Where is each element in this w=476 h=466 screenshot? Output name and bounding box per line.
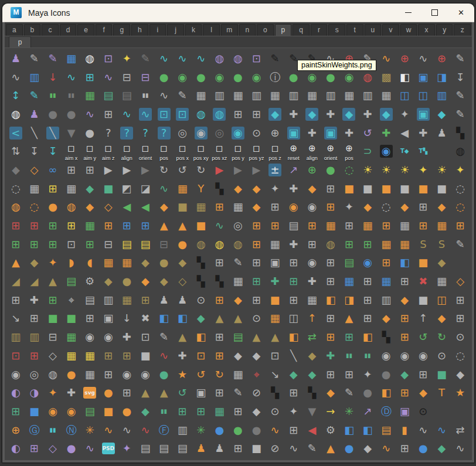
icon-cell[interactable]: ⊞ bbox=[451, 309, 470, 328]
icon-cell[interactable]: ∿ bbox=[266, 421, 284, 440]
icon-cell[interactable]: ⊞ bbox=[6, 235, 25, 254]
icon-cell[interactable]: ⊟ bbox=[43, 328, 62, 346]
icon-cell[interactable]: ↺ bbox=[358, 124, 377, 142]
icon-cell[interactable]: ◇ bbox=[173, 272, 192, 291]
icon-cell[interactable]: ↘ bbox=[6, 309, 25, 328]
icon-cell[interactable]: ✎ bbox=[303, 439, 322, 458]
icon-cell[interactable]: ◖ bbox=[80, 254, 99, 273]
icon-cell[interactable]: ▣ bbox=[414, 68, 433, 87]
icon-cell[interactable]: ▦ bbox=[229, 86, 247, 105]
icon-cell[interactable]: ✳ bbox=[340, 402, 359, 421]
icon-cell[interactable]: ◍ bbox=[451, 142, 470, 161]
icon-cell[interactable]: ↗ bbox=[284, 161, 303, 179]
icon-cell[interactable]: ⊞ bbox=[247, 291, 266, 309]
icon-cell[interactable]: ∿ bbox=[210, 216, 229, 235]
icon-cell[interactable]: ▥ bbox=[99, 291, 118, 309]
icon-cell[interactable]: ◆ bbox=[136, 402, 155, 421]
icon-cell[interactable]: ◆ bbox=[340, 105, 359, 124]
icon-cell[interactable]: ⊞ bbox=[229, 402, 247, 421]
icon-cell[interactable]: ◆ bbox=[173, 254, 192, 273]
icon-cell[interactable]: ◆ bbox=[395, 198, 414, 217]
tab-g[interactable]: g bbox=[113, 24, 130, 36]
tab-l[interactable]: l bbox=[203, 24, 220, 36]
icon-cell[interactable]: ↗ bbox=[358, 402, 377, 421]
icon-cell[interactable]: ⊞ bbox=[395, 272, 414, 291]
icon-cell[interactable]: ⊞ bbox=[210, 254, 229, 273]
icon-cell[interactable]: ◆ bbox=[303, 105, 322, 124]
icon-cell[interactable]: ▦ bbox=[266, 86, 284, 105]
icon-cell[interactable]: ▣ bbox=[284, 124, 303, 142]
icon-cell[interactable]: ✚ bbox=[340, 124, 359, 142]
icon-cell[interactable]: ⊕ bbox=[433, 49, 451, 68]
icon-cell[interactable]: ⊙ bbox=[433, 346, 451, 365]
icon-cell[interactable]: ∿ bbox=[433, 421, 451, 440]
icon-cell[interactable]: ♟ bbox=[173, 291, 192, 309]
icon-cell[interactable]: ▦ bbox=[266, 235, 284, 254]
icon-cell[interactable]: ↑ bbox=[414, 309, 433, 328]
icon-cell[interactable]: ▦ bbox=[433, 272, 451, 291]
icon-cell[interactable]: ⊞ bbox=[136, 291, 155, 309]
icon-cell[interactable]: ⊞ bbox=[247, 235, 266, 254]
subtab-p[interactable]: p bbox=[9, 36, 31, 47]
icon-cell[interactable]: ⊙ bbox=[247, 309, 266, 328]
tab-r[interactable]: r bbox=[311, 24, 328, 36]
icon-cell[interactable]: ◀ bbox=[118, 198, 137, 217]
icon-cell[interactable]: ✚ bbox=[321, 346, 340, 365]
icon-cell[interactable]: ▤ bbox=[229, 328, 247, 346]
icon-cell[interactable]: ⊞ bbox=[303, 216, 322, 235]
icon-cell[interactable]: ▚ bbox=[377, 328, 396, 346]
icon-cell[interactable]: ▲ bbox=[173, 328, 192, 346]
icon-cell[interactable]: ▤ bbox=[377, 421, 396, 440]
icon-cell[interactable]: ■ bbox=[99, 179, 118, 198]
icon-cell[interactable]: ✦ bbox=[451, 161, 470, 179]
icon-cell[interactable]: ● bbox=[118, 402, 137, 421]
icon-cell[interactable]: ▮▮ bbox=[62, 86, 81, 105]
icon-cell[interactable]: ▦ bbox=[377, 272, 396, 291]
icon-cell[interactable]: ▚ bbox=[266, 383, 284, 402]
icon-cell[interactable]: ◍ bbox=[80, 49, 99, 68]
icon-cell[interactable]: ◢ bbox=[6, 272, 25, 291]
icon-cell[interactable]: ▣ bbox=[321, 124, 340, 142]
icon-cell[interactable]: ◆ bbox=[395, 365, 414, 384]
icon-cell[interactable]: ⊞ bbox=[377, 216, 396, 235]
icon-cell[interactable]: ✎ bbox=[136, 49, 155, 68]
icon-cell[interactable]: ⊞ bbox=[25, 235, 44, 254]
icon-cell[interactable]: ◆ bbox=[247, 198, 266, 217]
icon-cell[interactable]: ▥ bbox=[377, 291, 396, 309]
icon-cell[interactable]: ↧ bbox=[25, 142, 44, 161]
icon-cell[interactable]: ⇄ bbox=[451, 421, 470, 440]
icon-cell[interactable]: ◉ bbox=[303, 254, 322, 273]
icon-cell[interactable]: ◗ bbox=[62, 254, 81, 273]
icon-cell[interactable]: ● bbox=[62, 365, 81, 384]
icon-cell[interactable]: ⊞ bbox=[340, 216, 359, 235]
icon-cell[interactable]: ╲ bbox=[284, 346, 303, 365]
icon-cell[interactable]: ▦ bbox=[377, 86, 396, 105]
icon-cell[interactable]: ⊡ bbox=[247, 49, 266, 68]
icon-cell[interactable]: ◧ bbox=[173, 309, 192, 328]
tab-b[interactable]: b bbox=[24, 24, 41, 36]
icon-cell[interactable]: ◇ bbox=[451, 272, 470, 291]
icon-cell[interactable]: ▥ bbox=[321, 86, 340, 105]
icon-cell[interactable]: ↕ bbox=[6, 86, 25, 105]
icon-cell[interactable]: ◍ bbox=[62, 198, 81, 217]
icon-cell[interactable]: ★ bbox=[451, 383, 470, 402]
icon-cell[interactable]: ■ bbox=[377, 179, 396, 198]
icon-cell[interactable]: ● bbox=[173, 235, 192, 254]
icon-cell[interactable]: ▶ bbox=[247, 161, 266, 179]
icon-cell[interactable]: ✎ bbox=[229, 383, 247, 402]
icon-cell[interactable]: ■ bbox=[414, 254, 433, 273]
icon-cell[interactable]: ⌖ bbox=[247, 365, 266, 384]
icon-cell[interactable]: ◉ bbox=[377, 142, 396, 161]
icon-cell[interactable]: ⊡ bbox=[173, 105, 192, 124]
icon-cell[interactable]: ▦ bbox=[118, 291, 137, 309]
icon-cell[interactable]: ⊞ bbox=[210, 198, 229, 217]
icon-cell[interactable]: ↺ bbox=[173, 161, 192, 179]
icon-cell[interactable]: ⊙ bbox=[414, 402, 433, 421]
icon-cell[interactable]: ◉ bbox=[358, 254, 377, 273]
icon-cell[interactable]: ▚ bbox=[192, 272, 210, 291]
icon-cell[interactable]: ⊞ bbox=[118, 383, 137, 402]
icon-cell[interactable]: ▥ bbox=[210, 86, 229, 105]
icon-cell[interactable]: ∿ bbox=[155, 49, 174, 68]
icon-cell[interactable]: ✳ bbox=[80, 421, 99, 440]
icon-cell[interactable]: ⊞ bbox=[6, 291, 25, 309]
